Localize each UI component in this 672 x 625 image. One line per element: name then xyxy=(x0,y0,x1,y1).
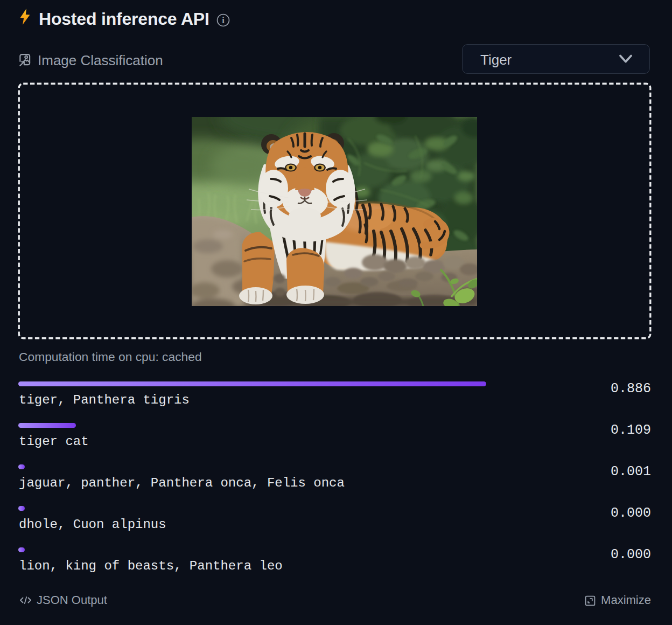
svg-text:i: i xyxy=(222,15,225,25)
